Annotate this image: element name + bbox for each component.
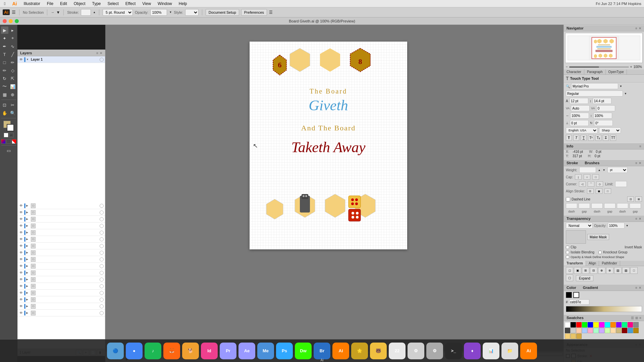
menu-edit[interactable]: Edit [59,1,68,7]
layer-expand-2[interactable]: ▶ [26,218,30,221]
swatch-b8860b[interactable] [633,328,639,333]
layer-expand-15[interactable]: ▶ [26,305,30,308]
swatch-ffffff[interactable] [565,322,570,327]
layer-group-1[interactable]: 👁 ▼ Layer 1 [17,56,105,63]
dock-icon-calendar[interactable]: 22 [389,343,406,359]
type-tool[interactable]: T [1,51,8,58]
limit-input[interactable] [615,181,627,187]
stroke-arrow-up[interactable]: ▲ [93,11,96,14]
swatch-cccccc[interactable] [571,328,576,333]
swatch-d4a843[interactable] [576,334,582,339]
dock-icon-app2[interactable]: ♦ [464,343,481,359]
stroke-size-select[interactable]: 5 pt. Round [103,9,133,16]
dashed-line-align-btn-2[interactable]: ⊞ [635,196,642,202]
info-menu[interactable]: ≡ [639,144,641,148]
scale-tool[interactable]: ⇱ [9,75,16,82]
italic-button[interactable]: T [573,135,579,141]
layer-item-2[interactable]: 👁 ▶ □ [17,216,105,223]
color-spectrum-bar[interactable] [566,306,642,312]
swap-colors[interactable]: ⇄ [9,133,14,137]
menu-effect[interactable]: Effect [124,1,137,7]
dock-icon-fetch[interactable]: 🐕 [182,343,199,359]
menu-select[interactable]: Select [106,1,120,7]
dock-icon-photoshop[interactable]: Ps [276,343,293,359]
toolbar-settings-icon[interactable]: ☰ [12,10,16,15]
layer-vis-11[interactable]: 👁 [19,277,23,282]
isolate-blending-checkbox[interactable] [566,251,569,254]
layer-vis-16[interactable]: 👁 [19,311,23,315]
layer-item-12[interactable]: 👁 ▶ □ [17,283,105,290]
dock-icon-chrome[interactable]: ● [126,343,143,359]
menu-window[interactable]: Window [156,1,173,7]
align-center[interactable]: ⊡ [587,188,594,194]
pen-tool[interactable]: ✒ [1,43,8,50]
underline-button[interactable]: T [581,135,587,141]
layer-vis-13[interactable]: 👁 [19,291,23,295]
dock-icon-bear[interactable]: 🐻 [370,343,387,359]
dock-icon-utilities[interactable]: ⚙ [408,343,424,359]
color-stroke-swatch[interactable] [573,292,579,298]
toolbar-select-icon[interactable]: ▼ [56,10,60,15]
layer-circle-5[interactable] [100,237,104,241]
tab-transform[interactable]: Transform [564,261,586,266]
dock-icon-systempref[interactable]: ⚙ [426,343,443,359]
swatch-ff8800[interactable] [610,322,616,327]
layer-vis-14[interactable]: 👁 [19,297,23,302]
dock-icon-mediaencoder[interactable]: Me [257,343,274,359]
hscale-input[interactable] [570,113,589,119]
layers-panel-close[interactable]: ✕ [100,51,102,55]
layer-item-1[interactable]: 👁 ▶ □ [17,209,105,216]
cap-round[interactable]: ○ [584,174,590,180]
subscript-button[interactable]: T₂ [595,135,601,141]
zoom-tool[interactable]: 🔍 [9,109,16,117]
layer-expand-3[interactable]: ▶ [26,224,30,227]
swatch-ffaacc[interactable] [588,328,593,333]
layer-item-10[interactable]: 👁 ▶ □ [17,269,105,276]
layer-item-14[interactable]: 👁 ▶ □ [17,296,105,303]
dock-icon-spotify[interactable]: ♪ [145,343,161,359]
dock-icon-finder[interactable]: 🔵 [107,343,124,359]
dock-icon-finder2[interactable]: 📁 [501,343,518,359]
tab-pathfinder[interactable]: Pathfinder [599,261,620,266]
corner-miter[interactable]: ◁ [579,181,586,187]
artboard-tool[interactable]: ⊡ [1,101,8,109]
layer-item-13[interactable]: 👁 ▶ □ [17,290,105,296]
dock-icon-premiere[interactable]: Pr [220,343,236,359]
pf-merge[interactable]: ▤ [614,267,622,274]
layer-expand-12[interactable]: ▶ [26,285,30,288]
swatch-ceb97e[interactable] [616,328,622,333]
menu-type[interactable]: Type [91,1,102,7]
font-size-input[interactable] [570,98,588,104]
layer-expand-1[interactable]: ▶ [26,211,30,214]
pf-intersect[interactable]: ⊞ [582,267,589,274]
opacity-input[interactable] [150,9,167,16]
menu-view[interactable]: View [141,1,152,7]
extra-icon[interactable]: ☰ [269,10,273,15]
language-select[interactable]: English: USA [566,127,598,133]
layer-vis-9[interactable]: 👁 [19,264,23,268]
opacity-trans-input[interactable] [608,223,625,229]
stroke-menu[interactable]: ≡ [635,161,637,165]
swatch-ccaaff[interactable] [599,328,604,333]
cap-butt[interactable]: | [575,174,582,180]
layer-expand-7[interactable]: ▶ [26,251,30,254]
swatch-000000[interactable] [571,322,576,327]
bold-button[interactable]: T [566,135,572,141]
pf-unite[interactable]: ◻ [566,267,573,274]
apple-menu[interactable]:  [3,1,7,7]
hand-tool[interactable]: ✋ [1,109,8,117]
layer-vis-15[interactable]: 👁 [19,304,23,309]
magic-wand-tool[interactable]: ✦ [1,35,8,42]
nav-zoom-slider[interactable] [569,66,629,68]
stroke-swatch[interactable] [7,124,14,131]
layer-circle-15[interactable] [100,304,104,308]
layer-circle-14[interactable] [100,298,104,302]
nav-zoom-out[interactable]: − [566,65,568,69]
gradient-title[interactable]: Gradient [583,286,598,290]
dock-icon-app1[interactable]: 🌟 [351,343,368,359]
swatch-4a9fd4[interactable] [628,328,633,333]
gap-1-input[interactable] [579,203,590,208]
font-dropdown-arrow[interactable]: ▼ [620,85,622,88]
layer-expand-5[interactable]: ▶ [26,238,30,241]
pf-trim[interactable]: ⊗ [606,267,613,274]
